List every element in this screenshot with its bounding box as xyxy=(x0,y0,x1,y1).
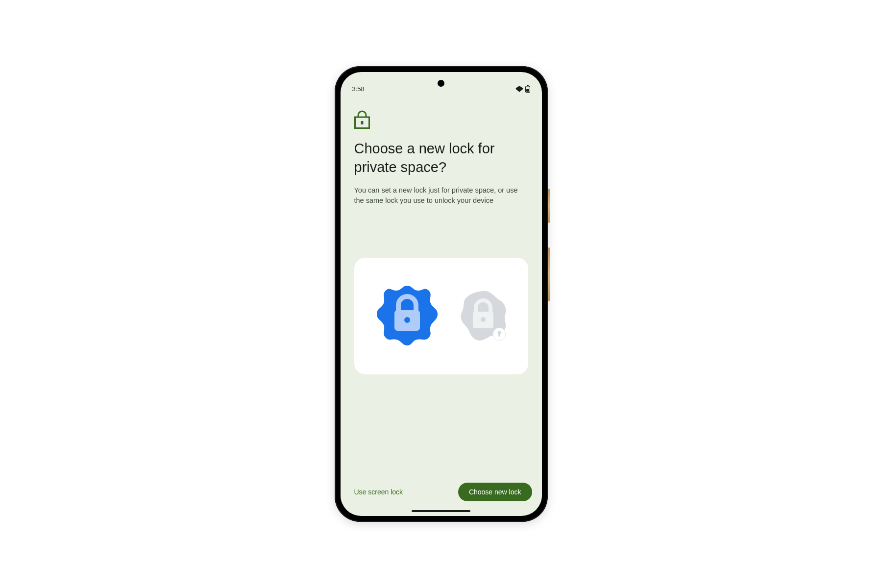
gesture-nav-handle[interactable] xyxy=(412,510,470,512)
wifi-icon xyxy=(515,86,523,92)
status-time: 3:58 xyxy=(352,85,365,93)
phone-frame: 3:58 xyxy=(335,66,548,522)
choose-new-lock-button[interactable]: Choose new lock xyxy=(458,483,532,501)
page-subtitle: You can set a new lock just for private … xyxy=(354,185,528,206)
lock-badge-muted-icon xyxy=(456,286,509,346)
page-title: Choose a new lock for private space? xyxy=(354,140,528,176)
svg-rect-4 xyxy=(361,121,363,124)
lock-icon xyxy=(354,110,528,129)
svg-rect-11 xyxy=(498,334,500,337)
use-screen-lock-button[interactable]: Use screen lock xyxy=(350,483,407,501)
illustration-card xyxy=(354,258,528,374)
content-area: Choose a new lock for private space? You… xyxy=(341,94,542,474)
camera-punchhole xyxy=(438,80,444,87)
svg-point-6 xyxy=(404,317,410,323)
battery-icon xyxy=(525,85,530,93)
status-icons xyxy=(515,85,530,93)
lock-badge-primary-icon xyxy=(373,281,441,351)
screen: 3:58 xyxy=(341,72,542,516)
svg-point-8 xyxy=(481,317,486,322)
svg-rect-2 xyxy=(526,89,529,92)
